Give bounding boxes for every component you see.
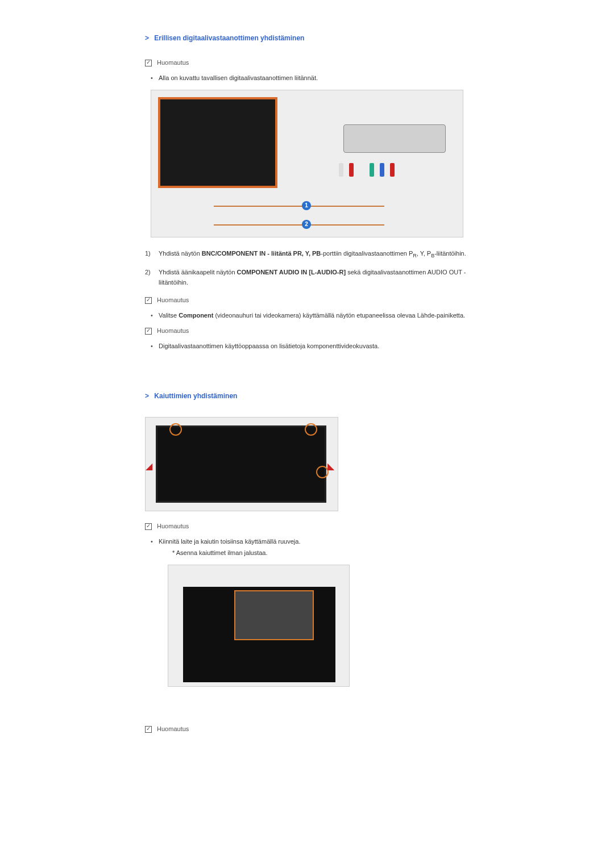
note-block: Huomautus [145, 327, 469, 335]
t: , Y, P [302, 250, 316, 257]
cable-line [214, 224, 384, 226]
monitor-graphic [158, 97, 277, 188]
screw-circle-icon [169, 423, 182, 436]
receiver-graphic [343, 124, 446, 153]
text-run: Yhdistä näytön [159, 250, 202, 257]
chevron-right-icon: > [145, 34, 149, 42]
rear-panel-highlight [234, 590, 314, 640]
t: R [297, 250, 302, 257]
step-number: 1) [145, 249, 159, 260]
checkbox-icon [145, 297, 152, 304]
checkbox-icon [145, 523, 152, 530]
step-text: Yhdistä näytön BNC/COMPONENT IN - liitän… [159, 249, 469, 260]
text-bold: COMPONENT AUDIO IN [L-AUDIO-R] [237, 269, 346, 276]
bullet-text: Kiinnitä laite ja kaiutin toisiinsa käyt… [159, 538, 300, 545]
chevron-right-icon: > [145, 392, 149, 400]
list-item: Digitaalivastaanottimen käyttöoppaassa o… [150, 341, 469, 351]
section-heading-speakers: > Kaiuttimien yhdistäminen [145, 392, 469, 400]
jack-blue [380, 163, 384, 177]
callout-circle-1: 1 [302, 201, 311, 210]
cable-line [214, 206, 384, 207]
note-block: Huomautus [145, 59, 469, 66]
bullet-list: Kiinnitä laite ja kaiutin toisiinsa käyt… [150, 537, 469, 558]
note-label-text: Huomautus [157, 327, 189, 334]
sub-note: * Asenna kaiuttimet ilman jalustaa. [172, 548, 469, 558]
text-run: -liitäntöihin. [434, 250, 466, 257]
diagram-speaker-front: ◢ ◣ [145, 417, 338, 511]
step-text: Yhdistä äänikaapelit näytön COMPONENT AU… [159, 268, 469, 287]
note-block: Huomautus [145, 725, 469, 733]
bullet-list: Valitse Component (videonauhuri tai vide… [150, 311, 469, 320]
monitor-graphic [156, 425, 326, 503]
list-item: Valitse Component (videonauhuri tai vide… [150, 311, 469, 320]
jack-green [370, 163, 374, 177]
section-heading-digital-receiver: > Erillisen digitaalivastaanottimen yhdi… [145, 34, 469, 42]
note-label-text: Huomautus [157, 725, 189, 732]
arrow-left-icon: ◢ [146, 461, 152, 471]
checkbox-icon [145, 60, 152, 66]
text-run: , Y, P [417, 250, 431, 257]
t: BNC/COMPONENT IN - liitäntä P [202, 250, 297, 257]
screw-circle-icon [316, 466, 329, 478]
jack-red [390, 163, 395, 177]
section-title: Kaiuttimien yhdistäminen [154, 392, 237, 400]
text-run: Yhdistä äänikaapelit näytön [159, 269, 237, 276]
callout-circle-2: 2 [302, 220, 311, 229]
text-run: (videonauhuri tai videokamera) käyttämäl… [213, 312, 465, 319]
bullet-list: Digitaalivastaanottimen käyttöoppaassa o… [150, 341, 469, 351]
bullet-text: Digitaalivastaanottimen käyttöoppaassa o… [159, 343, 379, 349]
jack-white [339, 163, 343, 177]
arrow-right-icon: ◣ [327, 461, 334, 471]
note-label-text: Huomautus [157, 523, 189, 529]
diagram-speaker-rear [168, 565, 350, 687]
checkbox-icon [145, 726, 152, 733]
text-run: -porttiin digitaalivastaanottimen P [321, 250, 413, 257]
section-title: Erillisen digitaalivastaanottimen yhdist… [154, 34, 304, 42]
note-block: Huomautus [145, 523, 469, 530]
list-item: Kiinnitä laite ja kaiutin toisiinsa käyt… [150, 537, 469, 558]
step-number: 2) [145, 268, 159, 287]
note-block: Huomautus [145, 297, 469, 304]
text-bold: Component [179, 312, 213, 319]
jack-red [349, 163, 354, 177]
note-label-text: Huomautus [157, 297, 189, 303]
screw-circle-icon [305, 423, 317, 436]
monitor-rear-graphic [183, 587, 335, 682]
step-item: 2) Yhdistä äänikaapelit näytön COMPONENT… [145, 268, 469, 287]
diagram-receiver-connection: 1 2 [151, 90, 463, 237]
bullet-text: Alla on kuvattu tavallisen digitaalivast… [159, 74, 318, 81]
note-label-text: Huomautus [157, 59, 189, 66]
text-run: Valitse [159, 312, 179, 319]
step-item: 1) Yhdistä näytön BNC/COMPONENT IN - lii… [145, 249, 469, 260]
numbered-steps: 1) Yhdistä näytön BNC/COMPONENT IN - lii… [145, 249, 469, 288]
list-item: Alla on kuvattu tavallisen digitaalivast… [150, 73, 469, 83]
text-bold: BNC/COMPONENT IN - liitäntä PR, Y, PB [202, 250, 321, 257]
bullet-list: Alla on kuvattu tavallisen digitaalivast… [150, 73, 469, 83]
checkbox-icon [145, 328, 152, 335]
